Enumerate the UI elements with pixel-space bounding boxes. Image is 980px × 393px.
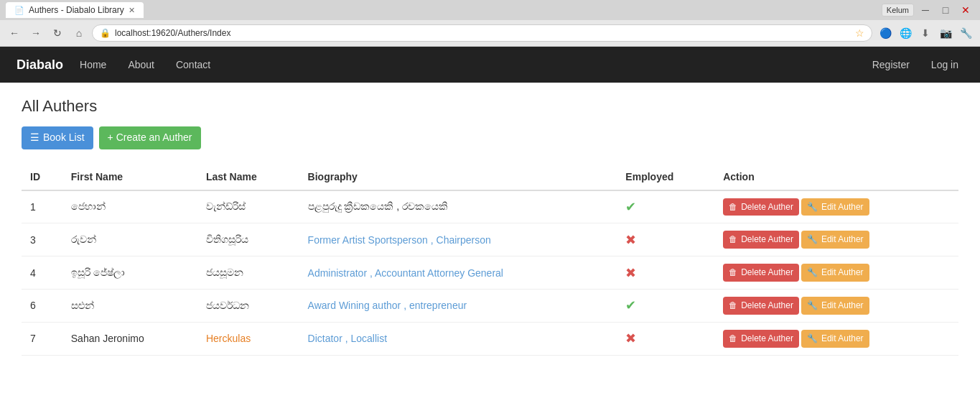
- cell-first-name: රුවන්: [62, 223, 197, 256]
- cell-action: 🗑 Delete Auther 🔧 Edit Auther: [714, 322, 958, 355]
- cell-biography: පළපුරුදු ක්‍රීඩකයෙකි , රචකයෙකි: [299, 190, 617, 223]
- cell-id: 7: [22, 322, 62, 355]
- browser-titlebar: 📄 Authers - Diabalo Library ✕ Kelum ─ □ …: [0, 0, 980, 20]
- trash-icon: 🗑: [729, 234, 737, 246]
- table-row: 4 ඉසූරි ජේෂ්ලා ජයසූමන Administrator , Ac…: [22, 256, 958, 290]
- cell-last-name: විතිගසූරිය: [197, 223, 299, 256]
- action-buttons: 🗑 Delete Auther 🔧 Edit Auther: [723, 297, 950, 315]
- navbar-brand[interactable]: Diabalo: [11, 57, 69, 73]
- list-icon: ☰: [30, 131, 39, 145]
- delete-auther-button[interactable]: 🗑 Delete Auther: [723, 231, 799, 249]
- nav-link-about[interactable]: About: [117, 47, 165, 83]
- browser-controls: ← → ↻ ⌂ 🔒 localhost:19620/Authers/Index …: [0, 20, 980, 46]
- employed-check: ✔: [625, 298, 636, 313]
- trash-icon: 🗑: [729, 267, 737, 279]
- trash-icon: 🗑: [729, 201, 737, 213]
- edit-auther-button[interactable]: 🔧 Edit Auther: [801, 231, 869, 249]
- col-last-name: Last Name: [197, 164, 299, 190]
- lock-icon: 🔒: [100, 28, 111, 38]
- cell-action: 🗑 Delete Auther 🔧 Edit Auther: [714, 190, 958, 223]
- cell-id: 6: [22, 289, 62, 322]
- edit-auther-button[interactable]: 🔧 Edit Auther: [801, 330, 869, 348]
- extension-icon-2[interactable]: 🌐: [897, 24, 914, 42]
- book-list-button[interactable]: ☰ Book List: [22, 126, 93, 149]
- edit-auther-button[interactable]: 🔧 Edit Auther: [801, 264, 869, 282]
- browser-toolbar-icons: 🔵 🌐 ⬇ 📷 🔧: [877, 24, 974, 42]
- create-auther-button[interactable]: + Create an Auther: [99, 126, 201, 149]
- back-button[interactable]: ←: [6, 24, 23, 42]
- table-row: 3 රුවන් විතිගසූරිය Former Artist Sportsp…: [22, 223, 958, 256]
- cell-first-name: ඉසූරි ජේෂ්ලා: [62, 256, 197, 290]
- page-title: All Authers: [22, 97, 958, 116]
- nav-link-login[interactable]: Log in: [920, 47, 969, 83]
- forward-button[interactable]: →: [27, 24, 45, 42]
- action-buttons: 🗑 Delete Auther 🔧 Edit Auther: [723, 198, 950, 216]
- trash-icon: 🗑: [729, 300, 737, 312]
- toolbar: ☰ Book List + Create an Auther: [22, 126, 958, 149]
- cell-biography: Award Wining author , entrepreneur: [299, 289, 617, 322]
- delete-auther-button[interactable]: 🗑 Delete Auther: [723, 198, 799, 216]
- download-icon[interactable]: ⬇: [917, 24, 934, 42]
- maximize-button[interactable]: □: [937, 1, 954, 19]
- cell-employed: ✖: [617, 223, 714, 256]
- delete-auther-button[interactable]: 🗑 Delete Auther: [723, 297, 799, 315]
- close-window-button[interactable]: ✕: [957, 1, 974, 19]
- nav-link-home[interactable]: Home: [69, 47, 117, 83]
- nav-link-register[interactable]: Register: [862, 47, 920, 83]
- cell-employed: ✔: [617, 289, 714, 322]
- address-bar[interactable]: 🔒 localhost:19620/Authers/Index ☆: [92, 24, 872, 42]
- table-row: 7 Sahan Jeronimo Herckulas Dictator , Lo…: [22, 322, 958, 355]
- cell-id: 1: [22, 190, 62, 223]
- table-row: 1 ජෙහාන් වැන්ඩ්රිස් පළපුරුදු ක්‍රීඩකයෙකි…: [22, 190, 958, 223]
- table-row: 6 සළුන් ජයවර්ධන Award Wining author , en…: [22, 289, 958, 322]
- address-text: localhost:19620/Authers/Index: [115, 28, 851, 38]
- cell-last-name: ජයවර්ධන: [197, 289, 299, 322]
- edit-auther-button[interactable]: 🔧 Edit Auther: [801, 297, 869, 315]
- cell-last-name: ජයසූමන: [197, 256, 299, 290]
- cell-biography: Dictator , Locallist: [299, 322, 617, 355]
- browser-tab[interactable]: 📄 Authers - Diabalo Library ✕: [6, 2, 144, 18]
- trash-icon: 🗑: [729, 333, 737, 345]
- authers-table: ID First Name Last Name Biography Employ…: [22, 164, 958, 356]
- cell-id: 3: [22, 223, 62, 256]
- wrench-icon: 🔧: [807, 267, 818, 279]
- cell-employed: ✔: [617, 190, 714, 223]
- camera-icon[interactable]: 📷: [937, 24, 954, 42]
- wrench-icon: 🔧: [807, 201, 818, 213]
- reload-button[interactable]: ↻: [49, 24, 66, 42]
- navbar-right: Register Log in: [862, 47, 969, 83]
- cell-last-name: වැන්ඩ්රිස්: [197, 190, 299, 223]
- browser-chrome: 📄 Authers - Diabalo Library ✕ Kelum ─ □ …: [0, 0, 980, 47]
- extension-icon-3[interactable]: 🔧: [957, 24, 974, 42]
- cell-action: 🗑 Delete Auther 🔧 Edit Auther: [714, 289, 958, 322]
- col-first-name: First Name: [62, 164, 197, 190]
- navbar: Diabalo Home About Contact Register Log …: [0, 47, 980, 83]
- col-biography: Biography: [299, 164, 617, 190]
- delete-auther-button[interactable]: 🗑 Delete Auther: [723, 330, 799, 348]
- bookmark-icon[interactable]: ☆: [855, 27, 864, 39]
- cell-id: 4: [22, 256, 62, 290]
- cell-last-name: Herckulas: [197, 322, 299, 355]
- nav-link-contact[interactable]: Contact: [165, 47, 221, 83]
- cell-first-name: සළුන්: [62, 289, 197, 322]
- cell-employed: ✖: [617, 256, 714, 290]
- tab-close-button[interactable]: ✕: [129, 6, 135, 15]
- table-header: ID First Name Last Name Biography Employ…: [22, 164, 958, 190]
- col-employed: Employed: [617, 164, 714, 190]
- cell-biography: Former Artist Sportsperson , Chairperson: [299, 223, 617, 256]
- tab-favicon: 📄: [14, 6, 24, 15]
- edit-auther-button[interactable]: 🔧 Edit Auther: [801, 198, 869, 216]
- employed-cross: ✖: [625, 331, 636, 346]
- cell-action: 🗑 Delete Auther 🔧 Edit Auther: [714, 223, 958, 256]
- cell-biography: Administrator , Accountant Attorney Gene…: [299, 256, 617, 290]
- action-buttons: 🗑 Delete Auther 🔧 Edit Auther: [723, 264, 950, 282]
- wrench-icon: 🔧: [807, 300, 818, 312]
- delete-auther-button[interactable]: 🗑 Delete Auther: [723, 264, 799, 282]
- cell-employed: ✖: [617, 322, 714, 355]
- minimize-button[interactable]: ─: [917, 1, 934, 19]
- home-button[interactable]: ⌂: [70, 24, 88, 42]
- user-badge: Kelum: [882, 4, 914, 17]
- action-buttons: 🗑 Delete Auther 🔧 Edit Auther: [723, 330, 950, 348]
- extension-icon-1[interactable]: 🔵: [877, 24, 894, 42]
- table-body: 1 ජෙහාන් වැන්ඩ්රිස් පළපුරුදු ක්‍රීඩකයෙකි…: [22, 190, 958, 355]
